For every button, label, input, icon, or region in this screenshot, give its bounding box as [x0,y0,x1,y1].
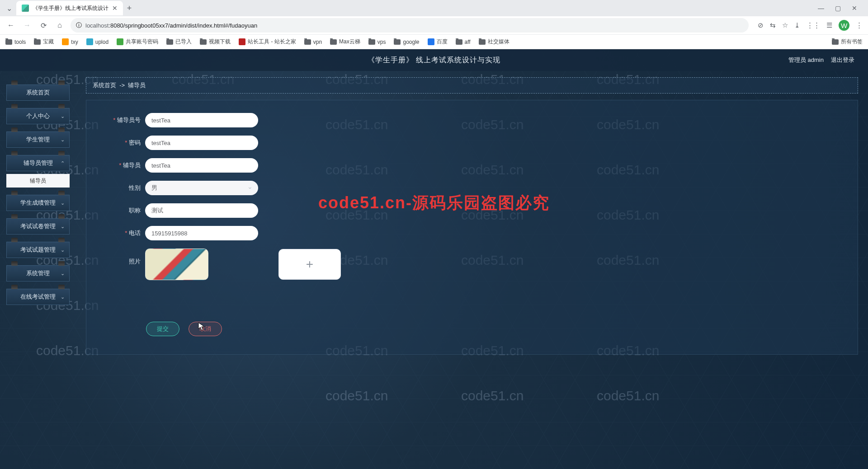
translate-icon[interactable]: ⇆ [770,21,776,29]
bookmark-item[interactable]: 百度 [428,38,448,46]
bookmark-item[interactable]: txy [62,38,78,45]
close-tab-icon[interactable]: ✕ [112,5,118,12]
input-id[interactable] [145,113,258,127]
back-button[interactable]: ← [5,21,16,29]
reload-button[interactable]: ⟳ [38,21,49,30]
app-root: code51.cn code51.cn code51.cn code51.cn … [0,49,868,469]
sidebar-subitem-counselor[interactable]: 辅导员 [6,174,70,188]
chevron-down-icon: ⌄ [61,113,65,119]
url-input[interactable]: ⓘ localhost:8080/springboot05xx7/admin/d… [71,18,749,33]
label-name: 辅导员 [104,161,145,169]
sidebar-item-home[interactable]: 系统首页 [6,84,70,101]
new-tab-button[interactable]: + [123,4,136,13]
minimize-button[interactable]: — [818,5,824,12]
bookmark-item[interactable]: 宝藏 [34,38,54,46]
all-bookmarks[interactable]: 所有书签 [832,38,863,46]
label-phone: 电话 [104,229,145,237]
sidebar-item-grades[interactable]: 学生成绩管理⌄ [6,195,70,211]
bookmark-item[interactable]: vpn [304,39,322,45]
address-bar: ← → ⟳ ⌂ ⓘ localhost:8080/springboot05xx7… [0,16,868,34]
select-gender[interactable] [145,181,258,195]
sidebar-item-questions[interactable]: 考试试题管理⌄ [6,242,70,258]
label-password: 密码 [104,139,145,147]
bookmark-item[interactable]: Max云梯 [330,38,360,46]
app-title: 《学生手册》 线上考试系统设计与实现 [368,56,500,65]
browser-chrome: ⌄ 《学生手册》线上考试系统设计 ✕ + — ▢ ✕ ← → ⟳ ⌂ ⓘ loc… [0,0,868,49]
sidebar-item-system[interactable]: 系统管理⌄ [6,265,70,281]
sidebar-item-papers[interactable]: 考试试卷管理⌄ [6,218,70,234]
label-photo: 照片 [104,249,145,266]
chevron-down-icon: ⌄ [61,200,65,206]
input-title[interactable] [145,203,258,218]
bookmark-item[interactable]: uplod [86,38,108,45]
profile-avatar[interactable]: W [839,20,849,31]
bookmark-item[interactable]: 站长工具 - 站长之家 [239,38,296,46]
window-controls: — ▢ ✕ [818,5,864,12]
label-id: 辅导员号 [104,116,145,124]
home-button[interactable]: ⌂ [54,21,65,29]
bookmark-item[interactable]: aff [456,39,471,45]
sidebar-item-counselor[interactable]: 辅导员管理⌃ [6,155,70,171]
download-icon[interactable]: ⤓ [794,21,800,29]
chevron-down-icon: ⌄ [61,247,65,253]
sidebar-item-student[interactable]: 学生管理⌄ [6,131,70,148]
bookmark-icon[interactable]: ☆ [782,21,788,29]
maximize-button[interactable]: ▢ [835,5,841,12]
label-gender: 性别 [104,184,145,192]
app-header: 《学生手册》 线上考试系统设计与实现 管理员 admin 退出登录 [0,49,868,71]
chevron-down-icon: ⌄ [61,294,65,300]
input-name[interactable] [145,158,258,173]
reading-list-icon[interactable]: ☰ [826,21,832,29]
input-password[interactable] [145,136,258,150]
close-window-button[interactable]: ✕ [852,5,857,12]
site-info-icon[interactable]: ⓘ [76,21,82,29]
photo-thumbnail[interactable] [145,249,208,280]
cancel-button[interactable]: 取消 [189,322,222,336]
form-panel: 辅导员号 密码 辅导员 性别 职称 [86,100,858,355]
bookmarks-bar: tools 宝藏 txy uplod 共享账号密码 已导入 视频下载 站长工具 … [0,34,868,49]
breadcrumb-root[interactable]: 系统首页 [93,82,116,89]
upload-button[interactable]: + [278,249,341,280]
bookmark-item[interactable]: google [394,39,419,45]
bookmark-item[interactable]: tools [5,39,26,45]
favicon-icon [22,5,29,12]
tab-list-dropdown[interactable]: ⌄ [4,4,14,13]
breadcrumb-current: 辅导员 [128,82,146,89]
bookmark-item[interactable]: 共享账号密码 [117,38,158,46]
sidebar-item-personal[interactable]: 个人中心⌄ [6,108,70,124]
chevron-down-icon: ⌄ [61,137,65,143]
forward-button[interactable]: → [22,21,33,29]
user-label[interactable]: 管理员 admin [788,56,824,64]
chevron-down-icon: ⌄ [61,271,65,277]
logout-link[interactable]: 退出登录 [831,56,854,64]
submit-button[interactable]: 提交 [146,322,179,336]
bookmark-item[interactable]: vps [368,39,386,45]
breadcrumb: 系统首页 -> 辅导员 [86,77,858,94]
browser-tab[interactable]: 《学生手册》线上考试系统设计 ✕ [16,1,123,15]
tab-title: 《学生手册》线上考试系统设计 [33,5,108,12]
sidebar-item-online-exam[interactable]: 在线考试管理⌄ [6,289,70,305]
plus-icon: + [306,257,313,272]
tab-bar: ⌄ 《学生手册》线上考试系统设计 ✕ + — ▢ ✕ [0,0,868,16]
chevron-up-icon: ⌃ [61,160,65,166]
main-content: 系统首页 -> 辅导员 辅导员号 密码 辅导员 性别 [76,71,868,469]
sidebar: 系统首页 个人中心⌄ 学生管理⌄ 辅导员管理⌃ 辅导员 学生成绩管理⌄ 考试试卷… [0,71,76,469]
bookmark-item[interactable]: 视频下载 [200,38,231,46]
input-phone[interactable] [145,226,258,240]
bookmark-item[interactable]: 已导入 [166,38,192,46]
extensions-icon[interactable]: ⋮⋮ [807,21,820,29]
password-icon[interactable]: ⊘ [758,21,764,29]
bookmark-item[interactable]: 社交媒体 [479,38,509,46]
browser-menu-icon[interactable]: ⋮ [856,21,863,29]
chevron-down-icon: ⌄ [61,224,65,230]
label-title: 职称 [104,206,145,215]
